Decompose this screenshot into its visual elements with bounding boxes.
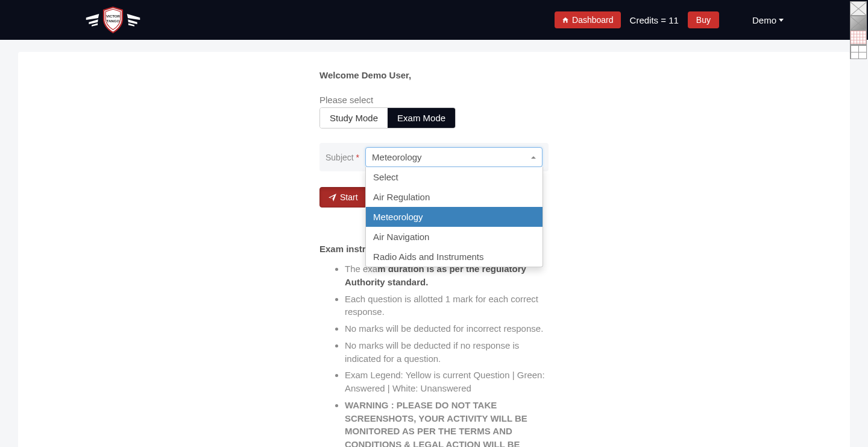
dashboard-label: Dashboard [572,15,614,25]
welcome-text: Welcome Demo User, [319,70,549,80]
instruction-item: No marks will be deducted if no response… [345,339,549,366]
credits-text: Credits = 11 [630,15,679,25]
brand-logo[interactable]: VICTOR TANGO [84,4,142,36]
home-icon [562,17,569,24]
subject-selected-value: Meteorology [372,152,422,162]
instruction-item: Exam Legend: Yellow is current Question … [345,369,549,395]
subject-option-air-navigation[interactable]: Air Navigation [366,227,542,247]
victor-tango-logo-icon: VICTOR TANGO [84,4,142,36]
subject-option-meteorology[interactable]: Meteorology [366,207,542,227]
chevron-up-icon [531,156,536,159]
svg-text:TANGO: TANGO [107,19,120,23]
instruction-item: No marks will be deducted for incorrect … [345,322,549,335]
subject-option-select[interactable]: Select [366,167,542,187]
user-menu[interactable]: Demo [752,15,784,25]
user-label: Demo [752,15,776,25]
widget-cell-grid-fine-icon[interactable] [850,30,867,45]
subject-select[interactable]: Meteorology [365,147,542,167]
widget-cell-x-icon[interactable] [850,1,867,16]
buy-button[interactable]: Buy [688,11,719,28]
caret-down-icon [779,19,784,22]
start-button[interactable]: Start [319,187,367,208]
paper-plane-icon [329,194,336,201]
navbar: VICTOR TANGO Dashboard Credits = 11 Buy … [0,0,868,40]
subject-select-wrap: Meteorology Select Air Regulation Meteor… [365,147,542,167]
subject-dropdown: Select Air Regulation Meteorology Air Na… [365,167,543,267]
tab-study-mode[interactable]: Study Mode [320,108,388,128]
required-asterisk: * [356,153,359,162]
please-select-label: Please select [319,95,549,105]
main-panel: Welcome Demo User, Please select Study M… [18,52,850,447]
instruction-item: Each question is allotted 1 mark for eac… [345,293,549,319]
widget-cell-grid-coarse-icon[interactable] [850,45,867,59]
subject-form-row: Subject * Meteorology Select Air Regulat… [319,143,549,171]
start-label: Start [340,192,358,202]
subject-label-text: Subject [326,153,354,162]
subject-label: Subject * [326,153,365,162]
subject-option-air-regulation[interactable]: Air Regulation [366,187,542,207]
corner-widget [850,1,867,59]
svg-text:VICTOR: VICTOR [106,14,121,18]
instructions-list: The exam duration is as per the regulato… [319,262,549,447]
tab-exam-mode[interactable]: Exam Mode [388,108,455,128]
dashboard-button[interactable]: Dashboard [555,11,621,28]
widget-cell-broken-image-icon[interactable] [850,16,867,30]
mode-toggle: Study Mode Exam Mode [319,107,456,128]
instruction-warning: WARNING : PLEASE DO NOT TAKE SCREENSHOTS… [345,399,549,447]
subject-option-radio-aids[interactable]: Radio Aids and Instruments [366,247,542,267]
nav-right: Dashboard Credits = 11 Buy Demo [555,11,784,28]
